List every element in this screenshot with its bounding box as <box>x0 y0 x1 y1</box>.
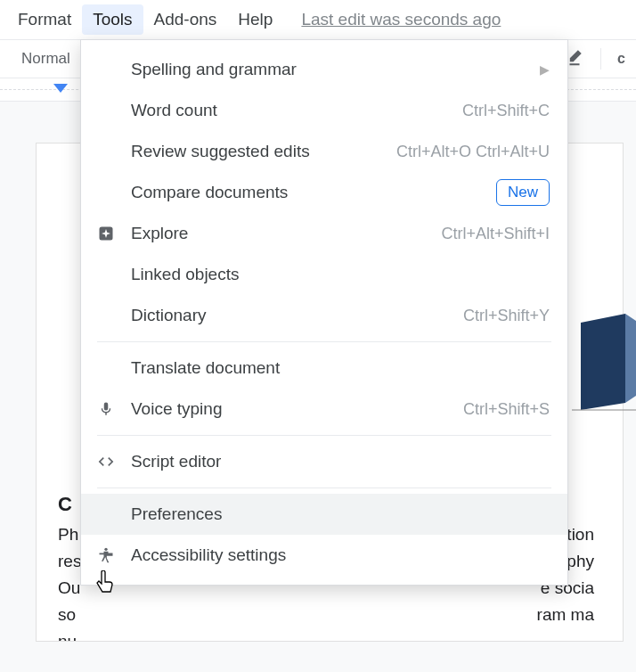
menu-label: Compare documents <box>131 183 496 202</box>
menu-format[interactable]: Format <box>7 4 82 35</box>
menu-review-suggested-edits[interactable]: Review suggested edits Ctrl+Alt+O Ctrl+A… <box>81 131 567 172</box>
doc-text: so <box>58 602 76 628</box>
menu-label: Preferences <box>131 504 550 524</box>
menu-shortcut: Ctrl+Shift+C <box>462 102 550 120</box>
menu-shortcut: Ctrl+Shift+S <box>463 400 550 419</box>
menu-label: Word count <box>131 101 462 120</box>
menu-word-count[interactable]: Word count Ctrl+Shift+C <box>81 90 567 131</box>
new-badge: New <box>496 179 550 206</box>
menu-spelling-grammar[interactable]: Spelling and grammar ▶ <box>81 49 567 90</box>
menu-dictionary[interactable]: Dictionary Ctrl+Shift+Y <box>81 295 567 336</box>
menu-help[interactable]: Help <box>227 4 283 35</box>
doc-text: Ph <box>58 521 78 548</box>
code-icon <box>95 453 117 471</box>
menu-accessibility-settings[interactable]: Accessibility settings <box>81 535 567 576</box>
menu-explore[interactable]: Explore Ctrl+Alt+Shift+I <box>81 213 567 254</box>
paragraph-style-selector[interactable]: Normal <box>7 40 86 78</box>
menu-label: Script editor <box>131 452 550 471</box>
menu-tools[interactable]: Tools <box>82 4 143 35</box>
explore-icon <box>95 225 117 242</box>
indent-marker-icon[interactable] <box>53 84 68 93</box>
svg-marker-0 <box>581 314 625 410</box>
submenu-arrow-icon: ▶ <box>540 62 550 77</box>
menu-compare-documents[interactable]: Compare documents New <box>81 172 567 213</box>
menu-label: Dictionary <box>131 306 463 325</box>
menu-voice-typing[interactable]: Voice typing Ctrl+Shift+S <box>81 389 567 430</box>
menu-addons[interactable]: Add-ons <box>143 4 228 35</box>
accessibility-icon <box>95 546 117 564</box>
menu-label: Accessibility settings <box>131 545 550 565</box>
menu-label: Translate document <box>131 358 550 378</box>
menu-separator <box>97 341 551 342</box>
divider <box>600 48 601 70</box>
menu-linked-objects[interactable]: Linked objects <box>81 254 567 295</box>
menu-shortcut: Ctrl+Alt+Shift+I <box>441 225 550 243</box>
menu-separator <box>97 435 551 436</box>
microphone-icon <box>95 400 117 418</box>
svg-point-4 <box>104 548 107 551</box>
tools-menu-dropdown: Spelling and grammar ▶ Word count Ctrl+S… <box>80 39 568 586</box>
doc-text: ram ma <box>537 602 594 628</box>
menu-separator <box>97 488 551 488</box>
svg-marker-1 <box>625 314 636 403</box>
more-icon[interactable]: c <box>617 51 625 67</box>
menu-preferences[interactable]: Preferences <box>81 494 567 535</box>
menu-label: Spelling and grammar <box>131 60 540 79</box>
menu-shortcut: Ctrl+Alt+O Ctrl+Alt+U <box>396 143 550 161</box>
menu-label: Review suggested edits <box>131 142 396 161</box>
menu-label: Explore <box>131 224 441 243</box>
menu-label: Voice typing <box>131 399 463 419</box>
menu-label: Linked objects <box>131 265 550 284</box>
menu-bar: Format Tools Add-ons Help Last edit was … <box>0 0 636 39</box>
menu-translate-document[interactable]: Translate document <box>81 348 567 389</box>
menu-shortcut: Ctrl+Shift+Y <box>463 307 550 325</box>
doc-text: res <box>58 548 81 575</box>
doc-text: Ou <box>58 575 80 602</box>
embedded-shape[interactable] <box>572 314 636 412</box>
last-edit-link[interactable]: Last edit was seconds ago <box>301 10 501 29</box>
menu-script-editor[interactable]: Script editor <box>81 441 567 482</box>
doc-text: nu <box>58 628 77 642</box>
